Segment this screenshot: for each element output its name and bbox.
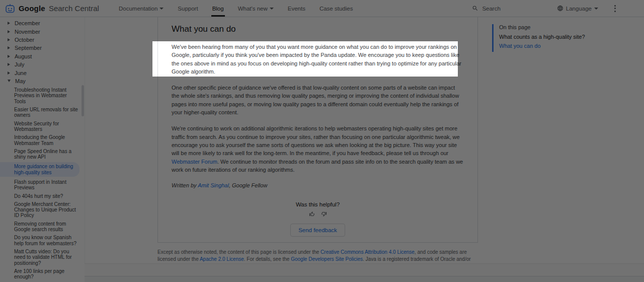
sidebar-post[interactable]: Are 100 links per page enough? <box>0 268 85 280</box>
month-label: October <box>15 37 34 43</box>
nav-label: Case studies <box>319 6 353 12</box>
nav-item-whats-new[interactable]: What's new <box>231 0 281 17</box>
sidebar-month-july[interactable]: July <box>0 60 85 68</box>
nav-label: What's new <box>238 6 268 12</box>
nav-item-case-studies[interactable]: Case studies <box>312 0 360 17</box>
on-this-page-nav: On this page What counts as a high-quali… <box>492 24 585 52</box>
toc-item-active[interactable]: What you can do <box>499 43 585 49</box>
toc-item[interactable]: What counts as a high-quality site? <box>499 34 585 40</box>
thumb-buttons <box>158 211 477 217</box>
byline-text: , Google Fellow <box>229 182 267 188</box>
cc-license-link[interactable]: Creative Commons Attribution 4.0 License <box>320 249 415 255</box>
webmaster-forum-link[interactable]: Webmaster Forum <box>172 159 217 165</box>
byline: Written by Amit Singhal, Google Fellow <box>172 182 463 188</box>
license-segment: . For details, see the <box>244 256 291 262</box>
chevron-right-icon <box>8 38 10 41</box>
thumbs-down-icon <box>321 211 327 217</box>
sidebar-post[interactable]: Google Merchant Center: Changes to Uniqu… <box>0 201 85 219</box>
month-label: November <box>15 29 40 35</box>
search-central-logo[interactable]: Google Search Central <box>0 4 112 14</box>
footer-band-lower <box>85 276 644 282</box>
sidebar-month-september[interactable]: September <box>0 44 85 52</box>
more-options-button[interactable] <box>612 3 618 14</box>
month-label: July <box>15 61 25 67</box>
post-list: Troubleshooting Instant Previews in Webm… <box>0 87 85 282</box>
primary-nav: Documentation Support Blog What's new Ev… <box>112 0 360 17</box>
feedback-block: Was this helpful? Send feedback <box>158 201 477 237</box>
nav-item-documentation[interactable]: Documentation <box>112 0 171 17</box>
month-label: September <box>15 45 42 51</box>
blog-archive-sidebar: December November October September Augu… <box>0 17 85 282</box>
site-policies-link[interactable]: Google Developers Site Policies <box>291 256 363 262</box>
globe-icon <box>557 5 564 12</box>
sidebar-post[interactable]: Introducing the Google Webmaster Team <box>0 134 85 146</box>
sidebar-post-active[interactable]: More guidance on building high-quality s… <box>0 162 79 177</box>
chevron-down-icon <box>8 80 11 82</box>
nav-item-support[interactable]: Support <box>171 0 205 17</box>
nav-item-blog[interactable]: Blog <box>205 0 231 17</box>
chevron-right-icon <box>8 46 10 49</box>
chevron-down-icon <box>159 8 164 10</box>
chevron-right-icon <box>8 55 10 58</box>
sidebar-month-may-expanded[interactable]: May <box>0 77 85 85</box>
toc-title: On this page <box>499 24 585 30</box>
chevron-down-icon <box>594 8 598 10</box>
sidebar-month-november[interactable]: November <box>0 27 85 35</box>
sidebar-month-october[interactable]: October <box>0 36 85 44</box>
sidebar-post[interactable]: Removing content from Google search resu… <box>0 221 85 233</box>
sidebar-month-august[interactable]: August <box>0 52 85 60</box>
article-paragraph: One other specific piece of guidance we'… <box>172 84 463 116</box>
language-label: Language <box>566 6 592 12</box>
helpful-question: Was this helpful? <box>158 201 477 207</box>
month-label: May <box>15 78 26 84</box>
sidebar-post[interactable]: Flash support in Instant Previews <box>0 179 85 191</box>
robot-logo-icon <box>5 4 15 14</box>
nav-label: Documentation <box>119 6 157 12</box>
footer-band-upper <box>85 263 644 276</box>
search-icon <box>472 5 478 12</box>
sidebar-scrollbar-thumb[interactable] <box>82 85 84 116</box>
chevron-right-icon <box>8 22 10 25</box>
sidebar-post[interactable]: Do you know our Spanish help forum for w… <box>0 235 85 246</box>
sidebar-post[interactable]: Easier URL removals for site owners <box>0 107 85 118</box>
byline-text: Written by <box>172 182 198 188</box>
chevron-right-icon <box>8 30 10 33</box>
nav-label: Support <box>178 6 198 12</box>
section-heading: What you can do <box>172 24 464 35</box>
author-link[interactable]: Amit Singhal <box>198 182 229 188</box>
sidebar-post[interactable]: Troubleshooting Instant Previews in Webm… <box>0 87 85 104</box>
sidebar-month-december[interactable]: December <box>0 19 85 27</box>
sidebar-post[interactable]: Matt Cutts video: Do you need to validat… <box>0 249 85 266</box>
page: Google Search Central Documentation Supp… <box>0 0 644 282</box>
language-selector[interactable]: Language <box>557 5 598 12</box>
logo-product-text: Search Central <box>49 4 99 13</box>
search-button[interactable]: Search <box>472 5 500 12</box>
chevron-right-icon <box>8 63 10 66</box>
article-card: What you can do We've been hearing from … <box>157 17 478 243</box>
logo-brand-text: Google <box>19 4 45 13</box>
highlighted-paragraph: We've been hearing from many of you that… <box>172 43 463 76</box>
nav-label: Events <box>288 6 305 12</box>
sidebar-post[interactable]: Website Security for Webmasters <box>0 121 85 132</box>
nav-item-events[interactable]: Events <box>281 0 312 17</box>
thumbs-up-icon <box>309 211 315 217</box>
month-label: June <box>15 70 27 76</box>
header-actions: Search Language <box>472 3 644 14</box>
search-label: Search <box>482 6 500 12</box>
month-list: December November October September Augu… <box>0 17 85 85</box>
chevron-right-icon <box>8 72 10 75</box>
license-segment: Except as otherwise noted, the content o… <box>157 249 320 255</box>
sidebar-post[interactable]: Do 404s hurt my site? <box>0 193 85 199</box>
send-feedback-button[interactable]: Send feedback <box>290 224 345 237</box>
month-label: December <box>15 20 40 26</box>
chevron-down-icon <box>270 8 274 10</box>
sidebar-month-june[interactable]: June <box>0 68 85 77</box>
paragraph-text: We're continuing to work on additional a… <box>172 125 460 156</box>
top-nav-bar: Google Search Central Documentation Supp… <box>0 0 644 17</box>
thumbs-up-button[interactable] <box>309 211 315 217</box>
sidebar-post[interactable]: Page Speed Online has a shiny new API <box>0 149 85 160</box>
thumbs-down-button[interactable] <box>321 211 327 217</box>
month-label: August <box>15 53 32 59</box>
nav-label: Blog <box>212 6 224 12</box>
apache-license-link[interactable]: Apache 2.0 License <box>200 256 244 262</box>
